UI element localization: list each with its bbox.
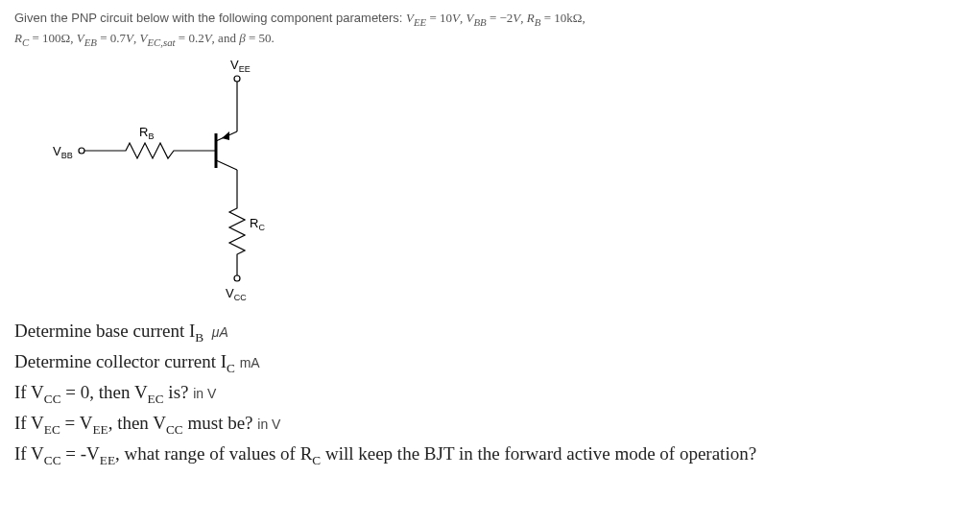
question-5: If VCC = -VEE, what range of values of R… [14,440,966,470]
svg-point-2 [79,148,84,154]
question-4: If VEC = VEE, then VCC must be? in V [14,409,966,440]
question-3: If VCC = 0, then VEC is? in V [14,378,966,409]
params-1: VEE = 10V, VBB = −2V, RB = 10kΩ, [406,11,586,25]
params-2: RC = 100Ω, VEB = 0.7V, VEC,sat = 0.2V, a… [14,31,275,45]
q2-unit: mA [240,355,260,370]
vcc-label: VCC [226,286,247,302]
vbb-label: VBB [53,144,73,160]
svg-point-9 [234,275,240,281]
questions-block: Determine base current IB μA Determine c… [14,317,966,470]
svg-marker-6 [222,131,229,140]
question-2: Determine collector current IC mA [14,347,966,378]
question-1: Determine base current IB μA [14,317,966,347]
rc-label: RC [250,216,265,232]
svg-line-7 [216,160,237,170]
vee-label: VEE [230,58,251,74]
rb-label: RB [139,125,154,141]
svg-point-0 [234,76,240,82]
q4-unit: in V [257,417,280,432]
problem-intro: Given the PNP circuit below with the fol… [14,11,406,25]
q1-unit: μA [208,324,228,340]
problem-statement: Given the PNP circuit below with the fol… [14,10,966,50]
q3-unit: in V [193,386,216,401]
circuit-diagram: VEE VBB RB RC VCC [53,55,966,307]
